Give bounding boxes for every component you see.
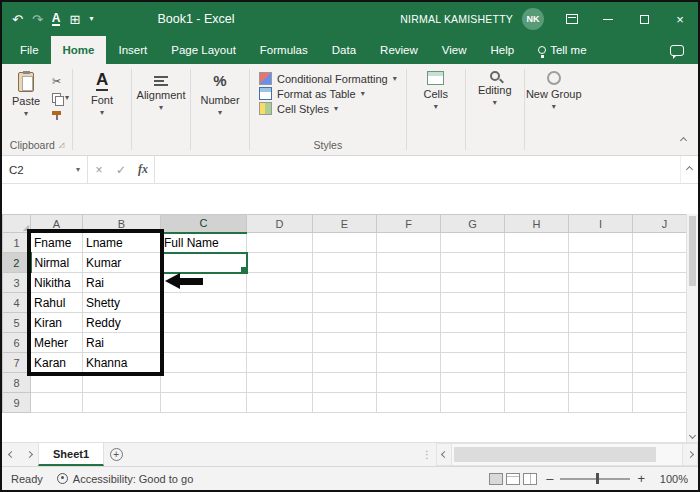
cell-C4[interactable] bbox=[161, 293, 247, 313]
tell-me-box[interactable]: Tell me bbox=[526, 36, 598, 64]
tab-data[interactable]: Data bbox=[320, 36, 368, 64]
cell-G1[interactable] bbox=[441, 233, 505, 253]
cell-D8[interactable] bbox=[247, 373, 313, 393]
cell-I6[interactable] bbox=[569, 333, 633, 353]
cell-E1[interactable] bbox=[313, 233, 377, 253]
vertical-scrollbar-thumb[interactable] bbox=[689, 216, 696, 286]
cell-A3[interactable]: Nikitha bbox=[31, 273, 83, 293]
sheet-tab-sheet1[interactable]: Sheet1 bbox=[38, 443, 104, 466]
cell-C9[interactable] bbox=[161, 393, 247, 413]
tab-insert[interactable]: Insert bbox=[106, 36, 159, 64]
cell-F9[interactable] bbox=[377, 393, 441, 413]
tab-review[interactable]: Review bbox=[368, 36, 430, 64]
cell-D9[interactable] bbox=[247, 393, 313, 413]
tab-formulas[interactable]: Formulas bbox=[248, 36, 320, 64]
row-header-8[interactable]: 8 bbox=[3, 373, 31, 393]
cell-E6[interactable] bbox=[313, 333, 377, 353]
cell-D1[interactable] bbox=[247, 233, 313, 253]
cell-B9[interactable] bbox=[83, 393, 161, 413]
cell-H4[interactable] bbox=[505, 293, 569, 313]
confirm-entry-button[interactable]: ✓ bbox=[110, 156, 132, 183]
tab-view[interactable]: View bbox=[430, 36, 479, 64]
cell-D5[interactable] bbox=[247, 313, 313, 333]
vertical-scrollbar[interactable] bbox=[686, 214, 698, 442]
cell-I7[interactable] bbox=[569, 353, 633, 373]
cell-B7[interactable]: Khanna bbox=[83, 353, 161, 373]
column-header-D[interactable]: D bbox=[247, 215, 313, 233]
font-group-button[interactable]: A Font ▾ bbox=[73, 64, 131, 155]
cell-A7[interactable]: Karan bbox=[31, 353, 83, 373]
cell-E4[interactable] bbox=[313, 293, 377, 313]
row-header-5[interactable]: 5 bbox=[3, 313, 31, 333]
cell-H9[interactable] bbox=[505, 393, 569, 413]
select-all-button[interactable]: ◢ bbox=[3, 215, 31, 233]
zoom-in-button[interactable]: + bbox=[637, 473, 645, 485]
cut-button[interactable]: ✂ bbox=[52, 74, 69, 88]
minimize-button[interactable] bbox=[590, 2, 626, 36]
row-header-6[interactable]: 6 bbox=[3, 333, 31, 353]
collapse-ribbon-button[interactable] bbox=[681, 129, 686, 147]
format-as-table-button[interactable]: Format as Table ▾ bbox=[259, 87, 397, 100]
column-header-I[interactable]: I bbox=[569, 215, 633, 233]
cell-D2[interactable] bbox=[247, 253, 313, 273]
borders-icon[interactable]: ⊞ bbox=[69, 12, 80, 27]
cell-G2[interactable] bbox=[441, 253, 505, 273]
cell-F6[interactable] bbox=[377, 333, 441, 353]
cancel-entry-button[interactable]: × bbox=[88, 156, 110, 183]
cell-G3[interactable] bbox=[441, 273, 505, 293]
cell-C7[interactable] bbox=[161, 353, 247, 373]
cell-H5[interactable] bbox=[505, 313, 569, 333]
zoom-slider[interactable] bbox=[560, 478, 630, 480]
cell-H2[interactable] bbox=[505, 253, 569, 273]
sheet-nav-right-button[interactable] bbox=[20, 443, 38, 466]
alignment-group-button[interactable]: Alignment ▾ bbox=[132, 64, 190, 155]
cell-H8[interactable] bbox=[505, 373, 569, 393]
cell-styles-button[interactable]: Cell Styles ▾ bbox=[259, 102, 397, 115]
cell-I9[interactable] bbox=[569, 393, 633, 413]
cell-D3[interactable] bbox=[247, 273, 313, 293]
cell-E7[interactable] bbox=[313, 353, 377, 373]
cell-I5[interactable] bbox=[569, 313, 633, 333]
cell-B8[interactable] bbox=[83, 373, 161, 393]
cell-F1[interactable] bbox=[377, 233, 441, 253]
format-painter-button[interactable] bbox=[52, 108, 69, 122]
customize-qat-icon[interactable]: ▾ bbox=[89, 15, 93, 23]
sheet-nav-left-button[interactable] bbox=[2, 443, 20, 466]
cell-F8[interactable] bbox=[377, 373, 441, 393]
underline-icon[interactable]: A bbox=[52, 12, 61, 26]
cell-B3[interactable]: Rai bbox=[83, 273, 161, 293]
cell-A6[interactable]: Meher bbox=[31, 333, 83, 353]
cell-D4[interactable] bbox=[247, 293, 313, 313]
name-box[interactable]: C2 ▾ bbox=[2, 156, 88, 183]
paste-button[interactable]: Paste ▾ bbox=[5, 72, 47, 122]
cell-E2[interactable] bbox=[313, 253, 377, 273]
conditional-formatting-button[interactable]: Conditional Formatting ▾ bbox=[259, 72, 397, 85]
ribbon-display-options-button[interactable] bbox=[554, 2, 590, 36]
column-header-A[interactable]: A bbox=[31, 215, 83, 233]
cell-G4[interactable] bbox=[441, 293, 505, 313]
undo-icon[interactable]: ↶ bbox=[12, 12, 23, 27]
horizontal-scrollbar-thumb[interactable] bbox=[454, 447, 656, 462]
cell-I4[interactable] bbox=[569, 293, 633, 313]
tab-page-layout[interactable]: Page Layout bbox=[159, 36, 248, 64]
cell-F5[interactable] bbox=[377, 313, 441, 333]
column-header-C[interactable]: C bbox=[161, 215, 247, 233]
column-header-H[interactable]: H bbox=[505, 215, 569, 233]
cell-B2[interactable]: Kumar bbox=[83, 253, 161, 273]
cell-E8[interactable] bbox=[313, 373, 377, 393]
new-group-button[interactable]: New Group ▾ bbox=[525, 64, 583, 155]
tab-home[interactable]: Home bbox=[51, 36, 107, 64]
cell-G8[interactable] bbox=[441, 373, 505, 393]
cell-A4[interactable]: Rahul bbox=[31, 293, 83, 313]
row-header-9[interactable]: 9 bbox=[3, 393, 31, 413]
insert-function-button[interactable]: fx bbox=[132, 156, 154, 183]
normal-view-button[interactable] bbox=[489, 473, 503, 485]
zoom-out-button[interactable]: – bbox=[546, 473, 553, 485]
horizontal-scrollbar[interactable] bbox=[436, 443, 698, 466]
cell-E5[interactable] bbox=[313, 313, 377, 333]
cell-F2[interactable] bbox=[377, 253, 441, 273]
cell-G6[interactable] bbox=[441, 333, 505, 353]
cell-I2[interactable] bbox=[569, 253, 633, 273]
cell-F3[interactable] bbox=[377, 273, 441, 293]
cell-H3[interactable] bbox=[505, 273, 569, 293]
